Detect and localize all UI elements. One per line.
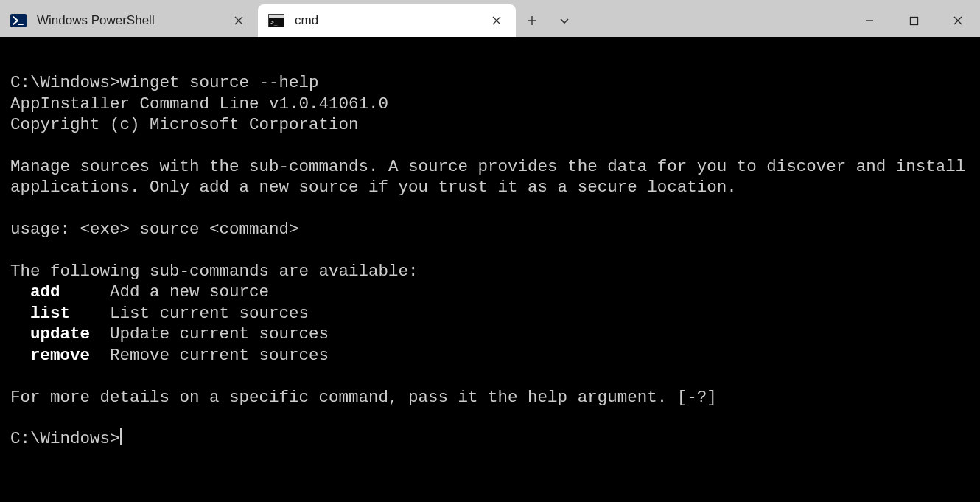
close-icon[interactable] <box>230 12 248 29</box>
output-line: Copyright (c) Microsoft Corporation <box>10 115 359 134</box>
maximize-button[interactable] <box>892 4 936 37</box>
tab-label: cmd <box>295 13 477 28</box>
titlebar: Windows PowerShell >_ cmd <box>0 0 980 37</box>
subcommand-name: remove <box>30 346 90 365</box>
cursor <box>120 428 122 445</box>
output-paragraph: Manage sources with the sub-commands. A … <box>10 157 976 197</box>
subcommand-desc: Add a new source <box>110 282 269 301</box>
powershell-icon <box>10 13 27 29</box>
new-tab-button[interactable] <box>516 4 548 37</box>
output-line: The following sub-commands are available… <box>10 262 419 281</box>
close-window-button[interactable] <box>936 4 980 37</box>
output-line: usage: <exe> source <command> <box>10 220 299 239</box>
terminal-output[interactable]: C:\Windows>winget source --help AppInsta… <box>0 37 980 502</box>
cmd-icon: >_ <box>268 13 284 29</box>
subcommand-desc: Update current sources <box>110 324 329 344</box>
subcommand-name: add <box>30 282 60 301</box>
output-line: For more details on a specific command, … <box>10 388 717 407</box>
prompt: C:\Windows> <box>10 429 120 448</box>
tab-label: Windows PowerShell <box>37 13 220 28</box>
prompt: C:\Windows> <box>10 73 120 92</box>
output-line: AppInstaller Command Line v1.0.41061.0 <box>10 94 388 114</box>
subcommand-name: list <box>30 304 70 323</box>
subcommand-name: update <box>30 324 90 344</box>
minimize-button[interactable] <box>847 4 892 37</box>
svg-text:>_: >_ <box>270 19 278 26</box>
tab-powershell[interactable]: Windows PowerShell <box>0 4 258 37</box>
subcommand-desc: List current sources <box>110 304 309 323</box>
close-icon[interactable] <box>488 12 505 29</box>
svg-rect-3 <box>269 15 284 18</box>
tab-cmd[interactable]: >_ cmd <box>258 4 516 37</box>
svg-rect-6 <box>910 17 917 24</box>
tab-dropdown-button[interactable] <box>548 4 581 37</box>
typed-command: winget source --help <box>120 73 319 92</box>
subcommand-desc: Remove current sources <box>110 346 329 365</box>
